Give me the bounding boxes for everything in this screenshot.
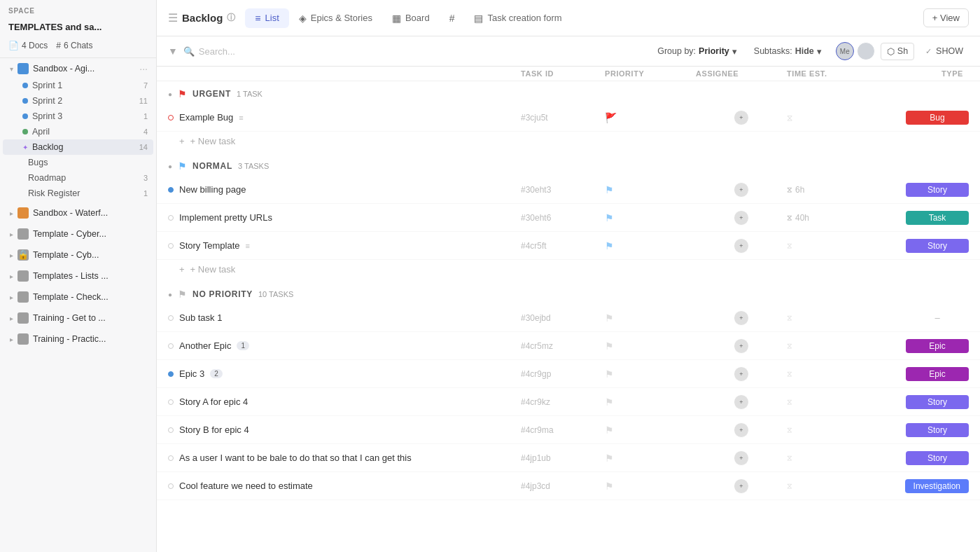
assignee-avatar[interactable]: + <box>734 338 749 354</box>
chevron-right-icon: ▸ <box>10 209 13 217</box>
filter-icon[interactable]: ▼ <box>168 46 178 57</box>
sprint1-dot <box>22 83 28 88</box>
assignee-avatar[interactable]: + <box>734 238 749 254</box>
more-options-icon[interactable]: ··· <box>139 63 148 74</box>
tab-epics-stories[interactable]: ◈ Epics & Stories <box>289 8 382 28</box>
assignee-avatar[interactable]: + <box>734 422 749 438</box>
table-row[interactable]: As a user I want to be bale to do that s… <box>157 444 980 472</box>
chats-chip[interactable]: # 6 Chats <box>56 41 92 50</box>
priority-header-urgent[interactable]: ● ⚑ URGENT 1 TASK <box>157 81 980 104</box>
template-check-icon <box>18 291 29 303</box>
sidebar-item-roadmap[interactable]: Roadmap 3 <box>3 170 153 186</box>
table-row[interactable]: Story Template ≡ #4cr5ft ⚑ + ⧖ Story <box>157 232 980 260</box>
tab-board[interactable]: ▦ Board <box>382 8 440 28</box>
sidebar-group-header-template-check[interactable]: ▸ Template - Check... <box>3 288 153 306</box>
avatar-me[interactable]: Me <box>836 42 854 60</box>
clock-icon: ⧖ <box>787 453 792 462</box>
add-task-urgent[interactable]: + + New task <box>157 132 980 151</box>
sidebar-item-bugs[interactable]: Bugs <box>3 155 153 170</box>
sidebar-toggle-icon[interactable]: ☰ <box>168 11 178 25</box>
assignee-avatar[interactable]: + <box>734 450 749 466</box>
task-time-np-1: ⧖ <box>787 313 857 322</box>
task-priority-np-7: ⚑ <box>605 481 696 492</box>
priority-header-no-priority[interactable]: ● ⚑ NO PRIORITY 10 TASKS <box>157 282 980 304</box>
priority-group-normal: ● ⚑ NORMAL 3 TASKS New billing page #30e… <box>157 153 980 279</box>
view-button[interactable]: + View <box>923 8 969 27</box>
assignee-avatar[interactable]: + <box>734 110 749 125</box>
sidebar-group-header-sandbox-waterfall[interactable]: ▸ Sandbox - Waterf... <box>3 204 153 222</box>
space-name: TEMPLATES and sa... <box>0 19 156 38</box>
task-name-urgent-1: Example Bug <box>179 112 233 123</box>
roadmap-label: Roadmap <box>28 173 66 183</box>
assignee-avatar[interactable]: + <box>734 182 749 198</box>
docs-chip[interactable]: 📄 4 Docs <box>8 41 48 50</box>
no-priority-toggle-icon[interactable]: ● <box>168 291 172 298</box>
sidebar-group-header-sandbox-agile[interactable]: ▾ Sandbox - Agi... ··· <box>3 60 153 78</box>
task-assignee-np-2: + <box>696 338 787 354</box>
task-status-dot <box>168 315 174 321</box>
clock-icon: ⧖ <box>787 481 792 490</box>
sidebar-group-header-template-cyber2[interactable]: ▸ 🔒 Template - Cyb... <box>3 246 153 264</box>
sidebar-group-template-check: ▸ Template - Check... <box>0 287 156 308</box>
search-input[interactable] <box>199 46 379 57</box>
show-button[interactable]: ✓ SHOW <box>920 43 969 59</box>
priority-group-urgent: ● ⚑ URGENT 1 TASK Example Bug ≡ #3cju5t … <box>157 81 980 151</box>
task-status-dot <box>168 343 174 349</box>
task-id-np-2: #4cr5mz <box>521 341 605 351</box>
type-pill-epic: Epic <box>906 367 969 381</box>
sidebar-item-backlog[interactable]: ✦ Backlog 14 <box>3 139 153 155</box>
sidebar-item-april[interactable]: April 4 <box>3 124 153 139</box>
type-pill-story: Story <box>906 395 969 409</box>
time-value-normal-2: 40h <box>795 213 809 223</box>
sidebar-group-name-sandbox-waterfall: Sandbox - Waterf... <box>33 208 148 218</box>
table-row[interactable]: New billing page #30eht3 ⚑ + ⧖ 6h Story <box>157 176 980 204</box>
no-priority-flag-icon: ⚑ <box>178 289 187 300</box>
table-row[interactable]: Story B for epic 4 #4cr9ma ⚑ + ⧖ Story <box>157 416 980 444</box>
sidebar-group-header-training-pract[interactable]: ▸ Training - Practic... <box>3 330 153 348</box>
task-assignee-normal-2: + <box>696 210 787 226</box>
table-row[interactable]: Sub task 1 #30ejbd ⚑ + ⧖ – <box>157 304 980 332</box>
sidebar-item-sprint2[interactable]: Sprint 2 11 <box>3 93 153 109</box>
table-row[interactable]: Another Epic 1 #4cr5mz ⚑ + ⧖ Epic <box>157 332 980 360</box>
assignee-avatar[interactable]: + <box>734 310 749 326</box>
assignee-avatar[interactable]: + <box>734 394 749 410</box>
subtasks-selector[interactable]: Subtasks: Hide ▾ <box>748 43 827 60</box>
top-nav: ☰ Backlog ⓘ ≡ List ◈ Epics & Stories ▦ B… <box>157 0 980 36</box>
table-row[interactable]: Implement pretty URLs #30eht6 ⚑ + ⧖ 40h … <box>157 204 980 232</box>
sidebar-group-header-template-cyber1[interactable]: ▸ Template - Cyber... <box>3 225 153 243</box>
add-task-normal[interactable]: + + New task <box>157 260 980 279</box>
task-assignee-normal-3: + <box>696 238 787 254</box>
sidebar-groups: ▾ Sandbox - Agi... ··· Sprint 1 7 Sprint… <box>0 57 156 350</box>
avatar-other[interactable] <box>857 42 875 60</box>
sidebar-item-risk-register[interactable]: Risk Register 1 <box>3 186 153 201</box>
normal-toggle-icon[interactable]: ● <box>168 163 172 170</box>
info-icon[interactable]: ⓘ <box>227 12 235 24</box>
sidebar-group-name-training-get: Training - Get to ... <box>33 313 148 323</box>
priority-header-normal[interactable]: ● ⚑ NORMAL 3 TASKS <box>157 153 980 176</box>
task-priority-normal-3: ⚑ <box>605 240 696 251</box>
assignee-avatar[interactable]: + <box>734 366 749 382</box>
sidebar-group-header-templates-lists[interactable]: ▸ Templates - Lists ... <box>3 267 153 285</box>
tab-hash[interactable]: # <box>440 8 465 28</box>
share-button[interactable]: ⬡ Sh <box>881 43 914 60</box>
task-name-normal-2: Implement pretty URLs <box>179 212 272 223</box>
assignee-avatar[interactable]: + <box>734 210 749 226</box>
show-label: SHOW <box>936 46 963 56</box>
table-row[interactable]: Cool feature we need to estimate #4jp3cd… <box>157 472 980 500</box>
table-row[interactable]: Story A for epic 4 #4cr9kz ⚑ + ⧖ Story <box>157 388 980 416</box>
type-pill-story: Story <box>906 239 969 253</box>
sidebar-item-sprint3[interactable]: Sprint 3 1 <box>3 109 153 124</box>
tab-list[interactable]: ≡ List <box>245 8 288 28</box>
assignee-avatar[interactable]: + <box>734 478 749 494</box>
no-priority-count: 10 TASKS <box>258 290 293 298</box>
sidebar-item-sprint1[interactable]: Sprint 1 7 <box>3 78 153 93</box>
type-pill-story: Story <box>906 423 969 437</box>
sidebar-group-header-training-get[interactable]: ▸ Training - Get to ... <box>3 309 153 327</box>
tab-task-creation[interactable]: ▤ Task creation form <box>464 8 571 28</box>
task-assignee-np-3: + <box>696 366 787 382</box>
task-time-urgent-1: ⧖ <box>787 113 857 123</box>
table-row[interactable]: Example Bug ≡ #3cju5t 🚩 + ⧖ Bug <box>157 104 980 132</box>
urgent-toggle-icon[interactable]: ● <box>168 90 172 98</box>
group-by-selector[interactable]: Group by: Priority ▾ <box>652 43 743 60</box>
table-row[interactable]: Epic 3 2 #4cr9gp ⚑ + ⧖ Epic <box>157 360 980 388</box>
